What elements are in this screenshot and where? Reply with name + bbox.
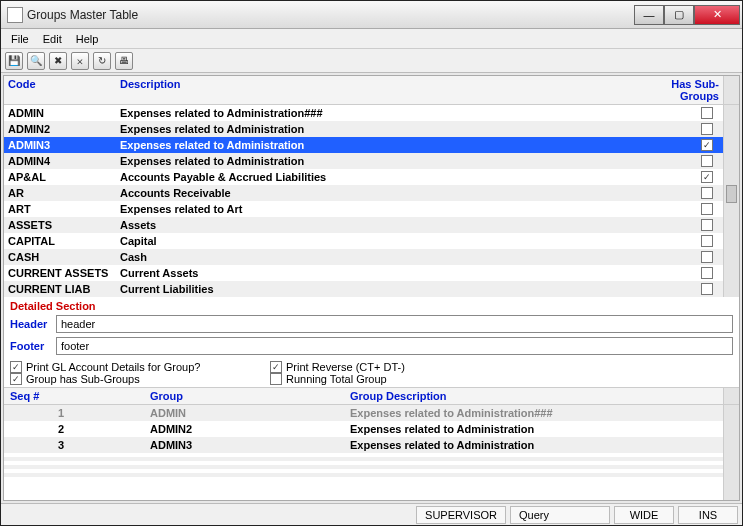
cell-desc: Accounts Receivable — [116, 185, 653, 201]
checkbox-icon[interactable] — [701, 107, 713, 119]
cell-desc: Expenses related to Administration — [116, 153, 653, 169]
cell-desc: Expenses related to Administration — [116, 137, 653, 153]
statusbar: SUPERVISOR Query WIDE INS — [1, 503, 742, 525]
cancel-icon[interactable]: ⨉ — [71, 52, 89, 70]
content-area: Code Description Has Sub-Groups ADMINExp… — [3, 75, 740, 501]
opt-has-sub[interactable]: ✓ Group has Sub-Groups — [10, 373, 230, 385]
checkbox-icon[interactable] — [701, 251, 713, 263]
close-button[interactable]: ✕ — [694, 5, 740, 25]
menu-help[interactable]: Help — [70, 31, 105, 47]
cell-code: CURRENT ASSETS — [4, 265, 116, 281]
checkbox-icon[interactable] — [701, 219, 713, 231]
list-item[interactable]: 2ADMIN2Expenses related to Administratio… — [4, 421, 723, 437]
list-item-empty — [4, 477, 723, 481]
subgrid-body: 1ADMINExpenses related to Administration… — [4, 405, 739, 500]
cell-desc: Expenses related to Administration — [116, 121, 653, 137]
cell-seq: 3 — [4, 437, 144, 453]
main-grid-scrollbar[interactable] — [723, 105, 739, 297]
titlebar[interactable]: Groups Master Table — ▢ ✕ — [1, 1, 742, 29]
table-row[interactable]: ADMIN4Expenses related to Administration — [4, 153, 723, 169]
cell-desc: Expenses related to Administration### — [116, 105, 653, 121]
cell-desc: Capital — [116, 233, 653, 249]
menu-edit[interactable]: Edit — [37, 31, 68, 47]
table-row[interactable]: ADMINExpenses related to Administration#… — [4, 105, 723, 121]
checkbox-icon[interactable]: ✓ — [10, 373, 22, 385]
table-row[interactable]: ARTExpenses related to Art — [4, 201, 723, 217]
checkbox-icon[interactable] — [701, 203, 713, 215]
detailed-section-label: Detailed Section — [4, 297, 739, 313]
subgrid-header: Seq # Group Group Description — [4, 387, 739, 405]
table-row[interactable]: CURRENT LIABCurrent Liabilities — [4, 281, 723, 297]
main-grid-header: Code Description Has Sub-Groups — [4, 76, 739, 105]
checkbox-icon[interactable] — [701, 123, 713, 135]
cell-group: ADMIN2 — [144, 421, 344, 437]
cell-code: AP&AL — [4, 169, 116, 185]
subgrid-scrollbar[interactable] — [723, 405, 739, 500]
cell-code: ASSETS — [4, 217, 116, 233]
cell-groupdesc: Expenses related to Administration — [344, 421, 723, 437]
opt-print-gl[interactable]: ✓ Print GL Account Details for Group? — [10, 361, 230, 373]
cell-code: CAPITAL — [4, 233, 116, 249]
checkbox-icon[interactable]: ✓ — [701, 171, 713, 183]
subcol-seq[interactable]: Seq # — [4, 388, 144, 404]
cell-desc: Current Liabilities — [116, 281, 653, 297]
list-item[interactable]: 3ADMIN3Expenses related to Administratio… — [4, 437, 723, 453]
checkbox-icon[interactable] — [270, 373, 282, 385]
minimize-button[interactable]: — — [634, 5, 664, 25]
table-row[interactable]: ASSETSAssets — [4, 217, 723, 233]
delete-icon[interactable]: ✖ — [49, 52, 67, 70]
cell-code: ADMIN4 — [4, 153, 116, 169]
table-row[interactable]: AP&ALAccounts Payable & Accrued Liabilit… — [4, 169, 723, 185]
maximize-button[interactable]: ▢ — [664, 5, 694, 25]
table-row[interactable]: ARAccounts Receivable — [4, 185, 723, 201]
col-header-desc[interactable]: Description — [116, 76, 653, 104]
status-supervisor: SUPERVISOR — [416, 506, 506, 524]
status-ins[interactable]: INS — [678, 506, 738, 524]
cell-code: CASH — [4, 249, 116, 265]
subcol-desc[interactable]: Group Description — [344, 388, 723, 404]
list-item[interactable]: 1ADMINExpenses related to Administration… — [4, 405, 723, 421]
cell-code: ADMIN — [4, 105, 116, 121]
cell-desc: Expenses related to Art — [116, 201, 653, 217]
search-icon[interactable]: 🔍 — [27, 52, 45, 70]
main-grid-body: ADMINExpenses related to Administration#… — [4, 105, 739, 297]
main-window: Groups Master Table — ▢ ✕ File Edit Help… — [0, 0, 743, 526]
menu-file[interactable]: File — [5, 31, 35, 47]
col-header-code[interactable]: Code — [4, 76, 116, 104]
toolbar: 💾 🔍 ✖ ⨉ ↻ 🖶 — [1, 49, 742, 73]
table-row[interactable]: CASHCash — [4, 249, 723, 265]
opt-run-total[interactable]: Running Total Group — [270, 373, 490, 385]
table-row[interactable]: CAPITALCapital — [4, 233, 723, 249]
opt-print-gl-label: Print GL Account Details for Group? — [26, 361, 200, 373]
cell-desc: Cash — [116, 249, 653, 265]
cell-groupdesc: Expenses related to Administration — [344, 437, 723, 453]
checkbox-icon[interactable] — [701, 187, 713, 199]
footer-input[interactable] — [56, 337, 733, 355]
checkbox-icon[interactable] — [701, 155, 713, 167]
print-icon[interactable]: 🖶 — [115, 52, 133, 70]
opt-run-total-label: Running Total Group — [286, 373, 387, 385]
checkbox-icon[interactable] — [701, 235, 713, 247]
table-row[interactable]: ADMIN2Expenses related to Administration — [4, 121, 723, 137]
checkbox-icon[interactable]: ✓ — [701, 139, 713, 151]
table-row[interactable]: CURRENT ASSETSCurrent Assets — [4, 265, 723, 281]
cell-seq: 1 — [4, 405, 144, 421]
status-wide[interactable]: WIDE — [614, 506, 674, 524]
opt-print-rev[interactable]: ✓ Print Reverse (CT+ DT-) — [270, 361, 490, 373]
checkbox-icon[interactable]: ✓ — [10, 361, 22, 373]
col-header-hassub[interactable]: Has Sub-Groups — [653, 76, 723, 104]
refresh-icon[interactable]: ↻ — [93, 52, 111, 70]
cell-seq: 2 — [4, 421, 144, 437]
checkbox-icon[interactable] — [701, 267, 713, 279]
cell-code: AR — [4, 185, 116, 201]
subcol-group[interactable]: Group — [144, 388, 344, 404]
header-label: Header — [10, 318, 52, 330]
table-row[interactable]: ADMIN3Expenses related to Administration… — [4, 137, 723, 153]
checkbox-icon[interactable]: ✓ — [270, 361, 282, 373]
app-icon — [7, 7, 23, 23]
save-icon[interactable]: 💾 — [5, 52, 23, 70]
header-input[interactable] — [56, 315, 733, 333]
opt-print-rev-label: Print Reverse (CT+ DT-) — [286, 361, 405, 373]
cell-desc: Current Assets — [116, 265, 653, 281]
checkbox-icon[interactable] — [701, 283, 713, 295]
